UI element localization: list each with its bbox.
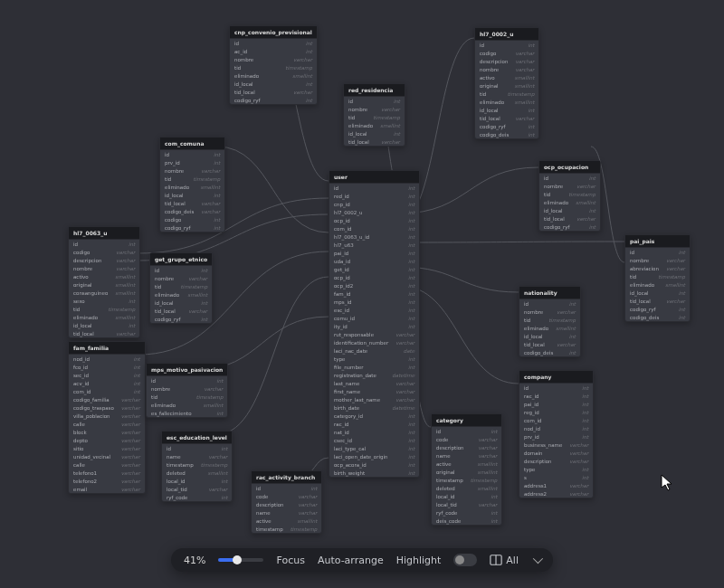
- table-row[interactable]: sint: [519, 473, 593, 481]
- table-row[interactable]: id_localint: [344, 129, 405, 138]
- table-header[interactable]: nationality: [519, 287, 580, 299]
- table-row[interactable]: tidtimestamp: [539, 190, 600, 198]
- table-row[interactable]: callevarchar: [69, 420, 145, 428]
- table-row[interactable]: reg_idint: [519, 408, 593, 416]
- table-row[interactable]: esc_idint: [329, 306, 419, 314]
- table-row[interactable]: fam_idint: [329, 289, 419, 298]
- table-row[interactable]: sexoint: [69, 297, 139, 305]
- table-row[interactable]: ryf_codeint: [432, 508, 501, 517]
- table-row[interactable]: codigo_ryfint: [150, 315, 212, 323]
- table-row[interactable]: eliminadosmallint: [344, 121, 405, 129]
- table-row[interactable]: address1varchar: [519, 481, 593, 489]
- table-header[interactable]: category: [432, 414, 501, 427]
- table-header[interactable]: esc_education_level: [162, 432, 232, 444]
- table-row[interactable]: namevarchar: [432, 451, 501, 460]
- table-row[interactable]: rac_idint: [329, 420, 419, 428]
- table-row[interactable]: idint: [519, 299, 580, 308]
- table-row[interactable]: nombrevarchar: [475, 65, 538, 73]
- table-row[interactable]: typeint: [329, 355, 419, 363]
- layout-mode-button[interactable]: All: [490, 554, 519, 566]
- table-row[interactable]: codigo_ryfint: [625, 305, 690, 313]
- table-user[interactable]: useridintred_idintcnp_idinthl7_0002_uint…: [329, 170, 420, 478]
- focus-button[interactable]: Focus: [276, 555, 304, 566]
- table-row[interactable]: file_numberint: [329, 363, 419, 371]
- table-row[interactable]: emailvarchar: [69, 485, 145, 493]
- table-row[interactable]: idint: [230, 39, 317, 47]
- table-row[interactable]: id_localint: [69, 321, 139, 329]
- table-row[interactable]: birth_weightint: [329, 469, 419, 477]
- table-header[interactable]: pai_pais: [625, 235, 690, 248]
- table-row[interactable]: local_idint: [162, 477, 232, 485]
- table-row[interactable]: local_tidvarchar: [162, 485, 232, 493]
- table-header[interactable]: red_residencia: [344, 84, 405, 97]
- table-row[interactable]: uda_idint: [329, 257, 419, 265]
- table-row[interactable]: codigoint: [160, 215, 224, 223]
- table-row[interactable]: nombrevarchar: [625, 256, 690, 264]
- table-row[interactable]: idint: [160, 150, 224, 158]
- table-row[interactable]: eliminadosmallint: [230, 71, 317, 80]
- auto-arrange-button[interactable]: Auto-arrange: [318, 555, 384, 566]
- table-row[interactable]: ac_idint: [230, 47, 317, 55]
- table-row[interactable]: codigo_traspasovarchar: [69, 403, 145, 412]
- table-category[interactable]: categoryidintcodevarchardescriptionvarch…: [431, 413, 502, 526]
- table-row[interactable]: id_localint: [625, 289, 690, 297]
- table-rac_activity_branch[interactable]: rac_activity_branchidintcodevarchardescr…: [251, 470, 322, 534]
- table-row[interactable]: tid_localvarchar: [539, 214, 600, 223]
- table-row[interactable]: eliminadosmallint: [147, 401, 227, 409]
- table-row[interactable]: identification_numbervarchar: [329, 338, 419, 346]
- table-row[interactable]: com_idint: [519, 416, 593, 424]
- table-row[interactable]: tidtimestamp: [230, 63, 317, 71]
- table-row[interactable]: tidtimestamp: [475, 90, 538, 98]
- table-row[interactable]: idint: [432, 427, 501, 435]
- table-row[interactable]: pai_idint: [329, 249, 419, 257]
- table-row[interactable]: codigo_ryfint: [539, 223, 600, 231]
- table-row[interactable]: timestamptimestamp: [162, 460, 232, 469]
- table-row[interactable]: prv_idint: [519, 432, 593, 441]
- table-row[interactable]: telefono2varchar: [69, 477, 145, 485]
- table-row[interactable]: idint: [252, 484, 321, 492]
- table-row[interactable]: originalsmallint: [475, 81, 538, 90]
- table-mps_motivo_pasivacion[interactable]: mps_motivo_pasivacionidintnombrevarchart…: [146, 363, 228, 418]
- table-row[interactable]: tid_localvarchar: [344, 138, 405, 146]
- table-row[interactable]: codigo_deisint: [625, 313, 690, 321]
- table-row[interactable]: birth_datedatetime: [329, 403, 419, 412]
- table-row[interactable]: codigovarchar: [69, 248, 139, 256]
- table-row[interactable]: sitiovarchar: [69, 444, 145, 452]
- table-row[interactable]: activosmallint: [69, 272, 139, 280]
- table-header[interactable]: hl7_0063_u: [69, 227, 139, 240]
- table-row[interactable]: ocp_idint: [329, 216, 419, 224]
- table-row[interactable]: abreviacionvarchar: [625, 264, 690, 272]
- table-row[interactable]: red_idint: [329, 192, 419, 200]
- table-row[interactable]: acv_idint: [69, 379, 145, 387]
- table-row[interactable]: codigo_ryfint: [160, 223, 224, 232]
- table-nationality[interactable]: nationalityidintnombrevarchartidtimestam…: [519, 286, 581, 357]
- table-header[interactable]: get_grupo_etnico: [150, 253, 212, 266]
- table-header[interactable]: company: [519, 371, 593, 384]
- table-fam_familia[interactable]: fam_familianod_idintfco_idintsec_idintac…: [68, 341, 146, 494]
- table-row[interactable]: eliminadosmallint: [539, 198, 600, 206]
- table-row[interactable]: mother_last_namevarchar: [329, 395, 419, 403]
- table-com_comuna[interactable]: com_comunaidintprv_idintnombrevarchartid…: [159, 137, 225, 232]
- table-row[interactable]: nod_idint: [519, 424, 593, 432]
- table-row[interactable]: comu_idint: [329, 314, 419, 322]
- table-row[interactable]: descriptionvarchar: [252, 500, 321, 508]
- table-row[interactable]: idint: [519, 384, 593, 392]
- table-row[interactable]: unidad_vecinalvarchar: [69, 452, 145, 460]
- table-row[interactable]: laci_nac_datedate: [329, 346, 419, 355]
- table-row[interactable]: first_namevarchar: [329, 387, 419, 395]
- table-row[interactable]: idint: [150, 266, 212, 274]
- highlight-toggle[interactable]: [453, 554, 477, 566]
- table-row[interactable]: tidtimestamp: [147, 393, 227, 401]
- table-row[interactable]: timestamptimestamp: [432, 476, 501, 484]
- table-row[interactable]: descriptionvarchar: [432, 443, 501, 451]
- table-row[interactable]: telefono1varchar: [69, 469, 145, 477]
- table-header[interactable]: rac_activity_branch: [252, 471, 321, 484]
- table-header[interactable]: user: [329, 171, 419, 184]
- table-row[interactable]: rac_idint: [519, 392, 593, 400]
- table-esc_education_level[interactable]: esc_education_levelidintnamevarchartimes…: [161, 431, 233, 502]
- table-row[interactable]: eliminadosmallint: [625, 280, 690, 289]
- table-row[interactable]: cnp_idint: [329, 200, 419, 208]
- table-row[interactable]: ocp_acora_idint: [329, 460, 419, 469]
- table-get_grupo_etnico[interactable]: get_grupo_etnicoidintnombrevarchartidtim…: [149, 252, 213, 324]
- table-row[interactable]: nombrevarchar: [160, 166, 224, 175]
